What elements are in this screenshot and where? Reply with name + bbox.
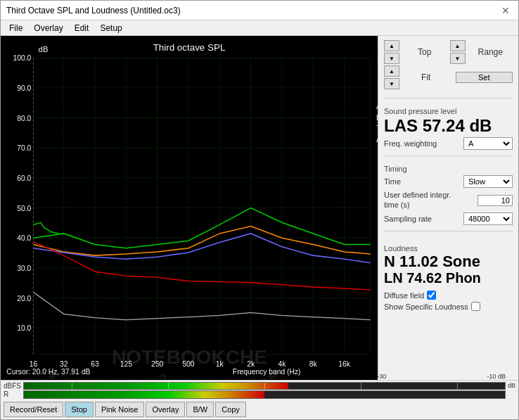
svg-text:20.0: 20.0 (17, 295, 31, 303)
top-up-button[interactable]: ▲ (384, 40, 399, 51)
dbfs-label: dBFS (4, 382, 21, 390)
svg-text:100.0: 100.0 (13, 54, 32, 62)
svg-text:30.0: 30.0 (17, 265, 31, 272)
spl-value: LAS 57.24 dB (384, 117, 513, 135)
user-defined-row: User defined integr. time (s) (384, 191, 513, 209)
pink-noise-button[interactable]: Pink Noise (95, 402, 145, 417)
fit-down-button[interactable]: ▼ (384, 78, 399, 89)
r-label: R (4, 390, 21, 398)
fit-label: Fit (402, 72, 450, 82)
record-reset-button[interactable]: Record/Reset (4, 402, 63, 417)
bottom-buttons: Record/Reset Stop Pink Noise Overlay B/W… (1, 400, 518, 420)
svg-text:Third octave SPL: Third octave SPL (153, 42, 226, 53)
db-unit-label: dB (506, 382, 515, 389)
svg-text:8k: 8k (309, 360, 318, 368)
title-bar: Third Octave SPL and Loudness (Untitled.… (1, 1, 518, 20)
range-label: Range (468, 47, 513, 57)
stop-button[interactable]: Stop (65, 402, 94, 417)
user-defined-label: User defined integr. time (s) (384, 191, 454, 209)
nav-buttons: ▲ ▼ Top ▲ ▼ Range ▲ ▼ Fit (384, 40, 513, 89)
show-specific-label: Show Specific Loudness (384, 303, 468, 311)
svg-text:2k: 2k (247, 360, 255, 368)
svg-text:4k: 4k (278, 360, 286, 368)
chart-area: 100.0 90.0 80.0 70.0 60.0 50.0 40.0 30.0… (1, 36, 378, 380)
overlay-button[interactable]: Overlay (146, 402, 185, 417)
nav-row-fit: ▲ ▼ Fit Set (384, 65, 513, 89)
svg-text:T: T (376, 125, 378, 132)
loudness-n-value: N 11.02 Sone (384, 253, 513, 270)
tick-90 (72, 383, 72, 389)
tick-50 (264, 383, 265, 389)
svg-text:10.0: 10.0 (17, 324, 31, 332)
sampling-rate-label: Sampling rate (384, 215, 432, 223)
timing-section: Timing Time Slow Fast Impulse User defin… (384, 165, 513, 224)
show-specific-row: Show Specific Loudness (384, 302, 513, 311)
meter-top (23, 382, 506, 390)
window-title: Third Octave SPL and Loudness (Untitled.… (6, 6, 181, 15)
freq-weighting-row: Freq. weighting A B C Z (384, 137, 513, 150)
range-up-button[interactable]: ▲ (450, 40, 466, 51)
chart-wrapper: 100.0 90.0 80.0 70.0 60.0 50.0 40.0 30.0… (1, 36, 378, 380)
diffuse-field-checkbox[interactable] (427, 291, 436, 300)
nav-row-top: ▲ ▼ Top ▲ ▼ Range (384, 40, 513, 64)
bottom-bar: dBFS R - (1, 380, 518, 419)
sampling-rate-select[interactable]: 48000 44100 96000 (463, 212, 513, 225)
menu-edit[interactable]: Edit (69, 22, 95, 34)
svg-text:500: 500 (182, 360, 194, 368)
set-button[interactable]: Set (456, 72, 513, 83)
copy-button[interactable]: Copy (215, 402, 246, 417)
timing-label: Timing (384, 165, 513, 173)
close-button[interactable]: ✕ (499, 4, 513, 18)
svg-text:90.0: 90.0 (17, 84, 31, 92)
main-content: 100.0 90.0 80.0 70.0 60.0 50.0 40.0 30.0… (1, 36, 518, 380)
chart-svg: 100.0 90.0 80.0 70.0 60.0 50.0 40.0 30.0… (1, 36, 378, 380)
menu-file[interactable]: File (4, 22, 28, 34)
svg-text:R: R (376, 114, 378, 122)
loudness-section-label: Loudness (384, 244, 513, 253)
svg-text:63: 63 (91, 360, 99, 368)
svg-text:32: 32 (60, 360, 68, 368)
menu-setup[interactable]: Setup (94, 22, 127, 34)
loudness-section: Loudness N 11.02 Sone LN 74.62 Phon Diff… (384, 241, 513, 311)
svg-text:50.0: 50.0 (17, 205, 31, 212)
svg-text:dB: dB (39, 45, 49, 53)
svg-text:16: 16 (30, 360, 38, 368)
time-select[interactable]: Slow Fast Impulse (463, 175, 513, 188)
show-specific-checkbox[interactable] (471, 302, 480, 311)
meter-container: -90 -70 -50 -30 -10 dB (23, 382, 506, 399)
range-down-button[interactable]: ▼ (450, 53, 466, 64)
freq-weighting-select[interactable]: A B C Z (463, 137, 513, 150)
tick-70 (168, 383, 169, 389)
meter-fill-top (24, 383, 288, 389)
time-row: Time Slow Fast Impulse (384, 175, 513, 188)
svg-text:1k: 1k (216, 360, 224, 368)
diffuse-field-row: Diffuse field (384, 291, 513, 300)
svg-text:Frequency band (Hz): Frequency band (Hz) (233, 368, 301, 376)
svg-text:125: 125 (120, 360, 132, 368)
tick-30 (361, 383, 361, 389)
menu-bar: File Overlay Edit Setup (1, 20, 518, 36)
spl-section-label: Sound pressure level (384, 107, 513, 115)
diffuse-field-label: Diffuse field (384, 291, 424, 300)
freq-weighting-label: Freq. weighting (384, 139, 437, 148)
user-defined-input[interactable] (478, 195, 513, 206)
svg-text:60.0: 60.0 (17, 174, 31, 182)
top-down-button[interactable]: ▼ (384, 53, 399, 64)
level-meters: dBFS R - (1, 381, 518, 400)
main-window: Third Octave SPL and Loudness (Untitled.… (0, 0, 519, 420)
bw-button[interactable]: B/W (186, 402, 214, 417)
svg-text:40.0: 40.0 (17, 234, 31, 242)
meter-fill-bottom (24, 391, 264, 397)
sampling-rate-row: Sampling rate 48000 44100 96000 (384, 212, 513, 225)
svg-text:70.0: 70.0 (17, 144, 31, 152)
svg-text:A: A (376, 103, 378, 110)
meter-bottom (23, 390, 506, 398)
tick-10 (457, 383, 458, 389)
svg-text:80.0: 80.0 (17, 115, 31, 122)
fit-up-button[interactable]: ▲ (384, 65, 399, 77)
menu-overlay[interactable]: Overlay (28, 22, 68, 34)
svg-text:250: 250 (151, 360, 163, 368)
svg-text:Cursor:  20.0 Hz, 37.91 dB: Cursor: 20.0 Hz, 37.91 dB (6, 368, 90, 376)
svg-text:A: A (376, 136, 378, 144)
spl-section: Sound pressure level LAS 57.24 dB Freq. … (384, 104, 513, 150)
